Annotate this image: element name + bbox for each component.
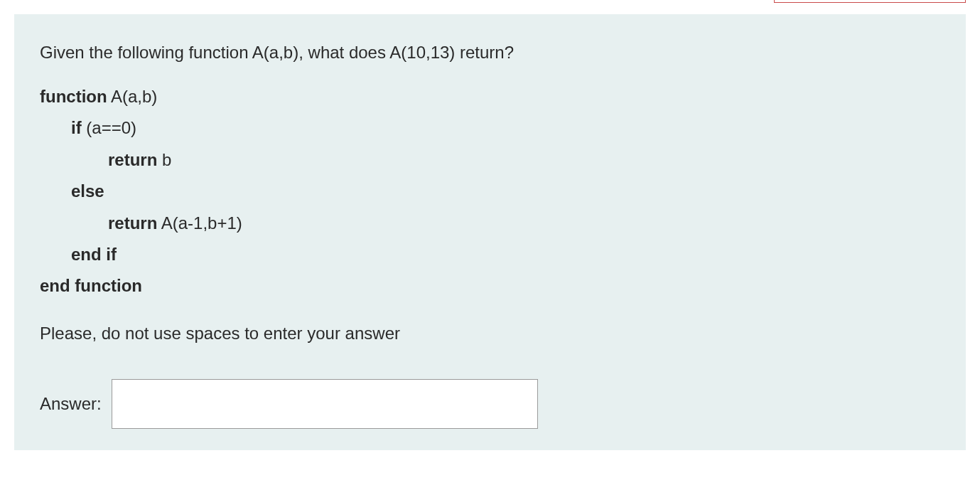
top-right-border-fragment: [774, 0, 966, 3]
code-text: A(a-1,b+1): [157, 213, 242, 233]
code-text: b: [157, 150, 171, 169]
keyword-if: if: [71, 118, 82, 137]
code-line-2: if (a==0): [40, 112, 940, 144]
keyword-return: return: [108, 213, 157, 233]
answer-instruction: Please, do not use spaces to enter your …: [40, 324, 940, 343]
question-prompt: Given the following function A(a,b), wha…: [40, 40, 940, 65]
answer-row: Answer:: [40, 379, 940, 429]
code-line-3: return b: [40, 144, 940, 176]
code-line-1: function A(a,b): [40, 81, 940, 112]
keyword-function: function: [40, 87, 107, 106]
question-panel: Given the following function A(a,b), wha…: [14, 14, 966, 450]
keyword-endif: end if: [71, 245, 117, 264]
keyword-return: return: [108, 150, 157, 169]
code-text: A(a,b): [107, 87, 158, 106]
code-text: (a==0): [82, 118, 136, 137]
answer-input[interactable]: [112, 379, 538, 429]
pseudocode-block: function A(a,b) if (a==0) return b else …: [40, 81, 940, 302]
answer-label: Answer:: [40, 394, 102, 414]
code-line-7: end function: [40, 270, 940, 302]
code-line-4: else: [40, 176, 940, 207]
code-line-5: return A(a-1,b+1): [40, 208, 940, 239]
keyword-endfunction: end function: [40, 276, 142, 295]
code-line-6: end if: [40, 239, 940, 270]
keyword-else: else: [71, 181, 104, 201]
